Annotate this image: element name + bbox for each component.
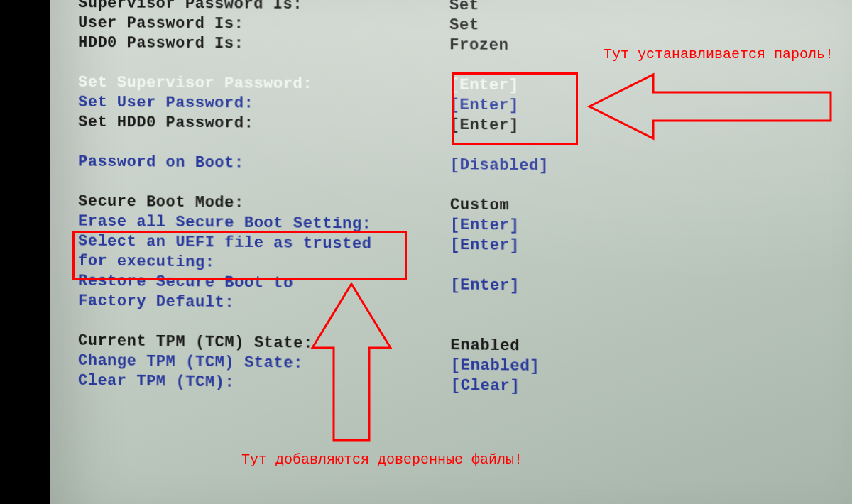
annotation-text-bottom: Тут добавляются доверенные файлы! [241, 451, 523, 468]
bios-row-label: Password on Boot: [50, 152, 450, 175]
bios-row-value: [Enter] [450, 275, 667, 298]
bios-row-label: Set HDD0 Password: [50, 112, 449, 136]
svg-marker-0 [589, 75, 831, 138]
bios-row-value: [Enabled] [451, 356, 668, 378]
annotation-box-passwords [452, 72, 578, 145]
bios-row-value: Custom [450, 195, 667, 217]
bios-row-value [450, 295, 667, 318]
arrow-up-icon [305, 280, 398, 444]
bios-row-label: Set Supervisor Password: [50, 72, 449, 95]
bios-row-value [450, 256, 667, 278]
bios-row-value: [Clear] [451, 376, 668, 398]
bios-row-value: Enabled [450, 336, 667, 358]
bios-row-label: User Password Is: [50, 13, 449, 35]
annotation-text-top: Тут устанавливается пароль! [604, 46, 834, 62]
annotation-box-uefi [72, 231, 407, 280]
bios-row-label: HDD0 Password Is: [50, 33, 449, 56]
bios-row-value: [Enter] [450, 216, 667, 238]
bios-row-value: Set [449, 0, 666, 17]
svg-marker-1 [312, 284, 390, 440]
bios-row-value: Set [449, 16, 666, 37]
arrow-left-icon [582, 64, 838, 163]
bios-row-value: [Enter] [450, 236, 667, 258]
bios-row-label: Set User Password: [50, 92, 449, 115]
